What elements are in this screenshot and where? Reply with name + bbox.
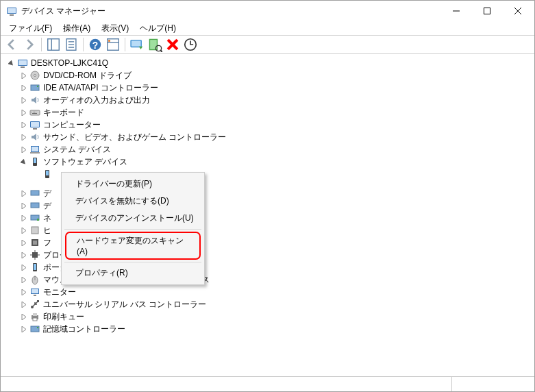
disc-icon [29, 70, 40, 81]
tree-item-monitor[interactable]: モニター [18, 286, 534, 298]
forward-button[interactable] [21, 36, 38, 53]
tree-item-label: コンピューター [43, 119, 105, 131]
tree-item-software[interactable]: ソフトウェア デバイス [18, 156, 534, 168]
expand-icon[interactable] [18, 213, 28, 223]
tree-item-storage-controller[interactable]: 記憶域コントローラー [18, 323, 534, 335]
tree-item-sound-game[interactable]: サウンド、ビデオ、およびゲーム コントローラー [18, 131, 534, 143]
tree-root[interactable]: DESKTOP-LJKC41Q [6, 57, 534, 69]
svg-rect-19 [132, 41, 141, 47]
menu-action[interactable]: 操作(A) [58, 21, 96, 36]
svg-rect-35 [32, 112, 32, 112]
speaker-icon [29, 95, 40, 106]
firmware-icon [29, 237, 40, 248]
context-disable-device[interactable]: デバイスを無効にする(D) [63, 193, 203, 210]
expand-icon[interactable] [18, 262, 28, 272]
tree-item-audio-io[interactable]: オーディオの入力および出力 [18, 94, 534, 106]
menu-view[interactable]: 表示(V) [96, 21, 134, 36]
menu-help[interactable]: ヘルプ(H) [134, 21, 182, 36]
expand-icon[interactable] [18, 299, 28, 309]
tree-item-label: サウンド、ビデオ、およびゲーム コントローラー [43, 131, 230, 143]
expand-icon[interactable] [18, 108, 28, 117]
svg-rect-54 [32, 227, 38, 234]
expand-icon[interactable] [18, 201, 28, 210]
svg-rect-68 [34, 295, 36, 296]
tree-item-label: デ [43, 199, 55, 212]
svg-rect-1 [8, 8, 16, 13]
svg-rect-70 [37, 300, 39, 302]
refresh-button[interactable] [182, 36, 199, 53]
expand-icon[interactable] [18, 83, 28, 93]
tree-item-dvd[interactable]: DVD/CD-ROM ドライブ [18, 69, 534, 82]
svg-rect-67 [32, 289, 38, 293]
svg-rect-7 [48, 39, 60, 51]
expand-icon[interactable] [18, 132, 28, 142]
svg-point-31 [34, 75, 36, 77]
action-center-button[interactable] [105, 36, 121, 53]
tree-item-label: キーボード [43, 106, 88, 119]
tree-item-ide[interactable]: IDE ATA/ATAPI コントローラー [18, 82, 534, 94]
tree-root-label: DESKTOP-LJKC41Q [31, 57, 112, 69]
tree-item-label: ネ [43, 212, 55, 224]
computer-icon [17, 58, 28, 69]
tree-item-computer[interactable]: コンピューター [18, 119, 534, 131]
help-button[interactable]: ? [87, 36, 103, 53]
software-icon [42, 169, 53, 180]
svg-rect-38 [36, 112, 36, 112]
expand-icon[interactable] [18, 287, 28, 297]
minimize-button[interactable] [440, 1, 471, 21]
tree-item-print-queue[interactable]: 印刷キュー [18, 310, 534, 323]
svg-rect-47 [34, 158, 36, 163]
svg-rect-36 [33, 112, 34, 112]
expand-icon[interactable] [18, 95, 28, 105]
svg-rect-2 [10, 14, 14, 16]
display-adapter-icon [29, 200, 40, 211]
update-driver-button[interactable] [129, 36, 145, 53]
context-separator [64, 262, 201, 262]
uninstall-device-button[interactable] [164, 36, 181, 53]
properties-sheet-button[interactable] [63, 36, 79, 53]
context-scan-hardware[interactable]: ハードウェア変更のスキャン(A) [66, 233, 199, 258]
context-properties[interactable]: プロパティ(R) [63, 265, 203, 282]
computer-icon [29, 119, 40, 130]
context-update-driver[interactable]: ドライバーの更新(P) [63, 175, 203, 193]
expand-icon[interactable] [18, 71, 28, 80]
expand-icon[interactable] [18, 225, 28, 235]
expand-icon[interactable] [18, 120, 28, 130]
collapse-icon[interactable] [18, 157, 28, 167]
keyboard-icon [29, 107, 40, 118]
maximize-button[interactable] [471, 1, 502, 21]
context-uninstall-device[interactable]: デバイスのアンインストール(U) [63, 210, 203, 227]
menubar: ファイル(F) 操作(A) 表示(V) ヘルプ(H) [1, 21, 534, 35]
tree-item-keyboard[interactable]: キーボード [18, 106, 534, 119]
back-button[interactable] [3, 36, 20, 53]
tree-item-label: ユニバーサル シリアル バス コントローラー [43, 298, 210, 310]
expand-icon[interactable] [18, 250, 28, 260]
close-button[interactable] [502, 1, 533, 21]
expand-icon[interactable] [18, 188, 28, 198]
usb-icon [29, 299, 40, 310]
tree-item-label: ソフトウェア デバイス [43, 156, 132, 168]
statusbar [1, 376, 534, 391]
show-hide-console-tree-button[interactable] [45, 36, 62, 53]
cpu-icon [29, 249, 40, 260]
tree-item-system[interactable]: システム デバイス [18, 143, 534, 156]
collapse-icon[interactable] [6, 58, 16, 68]
tree-item-label: IDE ATA/ATAPI コントローラー [43, 82, 162, 94]
expand-icon[interactable] [18, 312, 28, 321]
menu-file[interactable]: ファイル(F) [3, 21, 58, 36]
expand-icon[interactable] [18, 145, 28, 154]
software-icon [29, 156, 40, 167]
expand-icon[interactable] [18, 275, 28, 284]
tree-item-label: システム デバイス [43, 143, 115, 156]
statusbar-cell [1, 377, 452, 391]
tree-item-label: DVD/CD-ROM ドライブ [43, 69, 136, 82]
expand-icon[interactable] [18, 324, 28, 334]
device-manager-window: デバイス マネージャー ファイル(F) 操作(A) 表示(V) ヘルプ(H) ? [0, 0, 535, 392]
context-highlight: ハードウェア変更のスキャン(A) [65, 232, 201, 260]
storage-controller-icon [29, 82, 40, 93]
tree-item-label: オーディオの入力および出力 [43, 94, 154, 106]
scan-hardware-button[interactable] [147, 36, 163, 53]
tree-item-usb[interactable]: ユニバーサル シリアル バス コントローラー [18, 298, 534, 310]
toolbar-separator [125, 38, 125, 51]
expand-icon[interactable] [18, 238, 28, 247]
